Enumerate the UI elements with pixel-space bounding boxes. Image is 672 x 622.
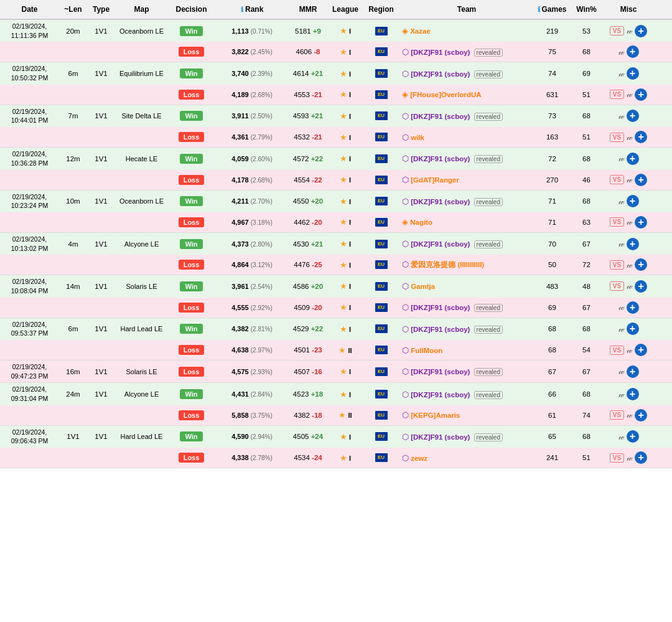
match-group: 02/19/2024, 10:50:32 PM 6m 1V1 Equilibri…: [0, 62, 672, 105]
table-row: 02/19/2024, 11:11:36 PM 20m 1V1 Oceanbor…: [0, 20, 672, 42]
graph-icon[interactable]: 𝓌: [627, 26, 632, 36]
rank-cell: 4,382 (2.81%): [215, 323, 289, 334]
vs-badge[interactable]: VS: [610, 410, 624, 420]
expand-button[interactable]: +: [635, 280, 647, 293]
vs-badge[interactable]: VS: [610, 26, 624, 35]
vs-badge[interactable]: VS: [610, 453, 624, 463]
winpct-cell: 67: [569, 302, 604, 313]
decision-cell: Loss: [168, 408, 215, 422]
expand-button[interactable]: +: [627, 45, 639, 58]
region-cell: EU: [364, 67, 398, 80]
expand-button[interactable]: +: [627, 365, 639, 378]
misc-cell: VS 𝓌 +: [604, 407, 653, 423]
rank-cell: 3,961 (2.54%): [215, 281, 289, 292]
expand-button[interactable]: +: [627, 195, 639, 207]
expand-button[interactable]: +: [627, 388, 639, 400]
graph-icon[interactable]: 𝓌: [627, 281, 632, 291]
expand-button[interactable]: +: [627, 67, 639, 80]
graph-icon[interactable]: 𝓌: [618, 196, 624, 207]
expand-button[interactable]: +: [635, 216, 647, 229]
graph-icon[interactable]: 𝓌: [618, 68, 624, 79]
decision-badge: Loss: [179, 345, 205, 355]
expand-button[interactable]: +: [627, 110, 639, 122]
graph-icon[interactable]: 𝓌: [627, 132, 632, 143]
team-cell: ⬡ [DKZ]F91 (scboy) revealed: [398, 67, 535, 80]
type-cell: 1V1: [87, 196, 115, 207]
expand-button[interactable]: +: [627, 430, 639, 443]
region-cell: EU: [364, 301, 398, 314]
vs-badge[interactable]: VS: [610, 133, 624, 142]
table-row: 02/19/2024, 09:53:37 PM 6m 1V1 Hard Lead…: [0, 318, 672, 340]
graph-icon[interactable]: 𝓌: [618, 153, 624, 164]
vs-badge[interactable]: VS: [610, 260, 624, 270]
map-cell: Solaris LE: [115, 281, 168, 292]
team-cell: ⬡ [DKZ]F91 (scboy) revealed: [398, 110, 535, 123]
graph-icon[interactable]: 𝓌: [618, 324, 624, 334]
rank-cell: 3,822 (2.45%): [215, 46, 289, 57]
expand-button[interactable]: +: [627, 153, 639, 165]
table-row: Loss 4,555 (2.92%) 4509 -20 ★ I EU ⬡ [DK…: [0, 298, 672, 318]
graph-icon[interactable]: 𝓌: [627, 89, 632, 100]
revealed-tag: revealed: [474, 326, 503, 334]
length-cell: 6m: [59, 323, 87, 334]
misc-cell: 𝓌 +: [604, 44, 653, 60]
expand-button[interactable]: +: [627, 301, 639, 314]
vs-badge[interactable]: VS: [610, 90, 624, 99]
graph-icon[interactable]: 𝓌: [618, 238, 624, 249]
team-name: [DKZ]F91 (scboy): [411, 240, 470, 248]
graph-icon[interactable]: 𝓌: [627, 345, 632, 356]
vs-badge[interactable]: VS: [610, 217, 624, 227]
graph-icon[interactable]: 𝓌: [627, 217, 632, 227]
games-info-icon[interactable]: ℹ: [538, 6, 540, 14]
rank-cell: 4,361 (2.79%): [215, 131, 289, 143]
graph-icon[interactable]: 𝓌: [618, 389, 624, 400]
team-name: [DKZ]F91 (scboy): [411, 70, 470, 78]
mmr-cell: 4530 +21: [289, 238, 327, 250]
team-name: [DKZ]F91 (scboy): [411, 368, 470, 375]
graph-icon[interactable]: 𝓌: [618, 47, 624, 57]
decision-cell: Loss: [168, 88, 215, 101]
graph-icon[interactable]: 𝓌: [627, 410, 632, 420]
graph-icon[interactable]: 𝓌: [618, 302, 624, 313]
games-cell: 67: [535, 366, 569, 377]
team-cell: ⬡ zewz: [398, 451, 535, 464]
expand-button[interactable]: +: [627, 323, 639, 335]
graph-icon[interactable]: 𝓌: [627, 174, 632, 185]
type-cell: 1V1: [87, 68, 115, 79]
expand-button[interactable]: +: [635, 258, 647, 271]
decision-cell: Win: [168, 387, 215, 401]
graph-icon[interactable]: 𝓌: [627, 453, 632, 463]
winpct-cell: 69: [569, 68, 604, 79]
table-row: Loss 3,822 (2.45%) 4606 -8 ★ I EU ⬡ [DKZ…: [0, 42, 672, 62]
rank-cell: 5,858 (3.75%): [215, 410, 289, 421]
team-name: [GdAT]Ranger: [411, 176, 459, 184]
length-cell: 24m: [59, 389, 87, 400]
region-cell: EU: [364, 323, 398, 335]
rank-info-icon[interactable]: ℹ: [241, 6, 243, 13]
table-row: 02/19/2024, 10:13:02 PM 4m 1V1 Alcyone L…: [0, 233, 672, 255]
mmr-cell: 4606 -8: [289, 46, 327, 57]
expand-button[interactable]: +: [635, 131, 647, 143]
mmr-cell: 4529 +22: [289, 323, 327, 334]
team-name: [DKZ]F91 (scboy): [411, 433, 470, 441]
expand-button[interactable]: +: [635, 344, 647, 356]
graph-icon[interactable]: 𝓌: [618, 111, 624, 121]
expand-button[interactable]: +: [635, 174, 647, 186]
vs-badge[interactable]: VS: [610, 175, 624, 184]
expand-button[interactable]: +: [635, 409, 647, 422]
graph-icon[interactable]: 𝓌: [618, 366, 624, 377]
graph-icon[interactable]: 𝓌: [627, 260, 632, 270]
expand-button[interactable]: +: [627, 238, 639, 250]
region-cell: EU: [364, 388, 398, 400]
region-cell: EU: [364, 174, 398, 186]
region-cell: EU: [364, 430, 398, 443]
expand-button[interactable]: +: [635, 451, 647, 464]
vs-badge[interactable]: VS: [610, 281, 624, 291]
games-cell: 72: [535, 153, 569, 164]
expand-button[interactable]: +: [635, 88, 647, 101]
winpct-cell: 68: [569, 389, 604, 400]
vs-badge[interactable]: VS: [610, 346, 624, 355]
expand-button[interactable]: +: [635, 25, 647, 37]
league-cell: ★ I: [327, 67, 364, 80]
graph-icon[interactable]: 𝓌: [618, 431, 624, 442]
